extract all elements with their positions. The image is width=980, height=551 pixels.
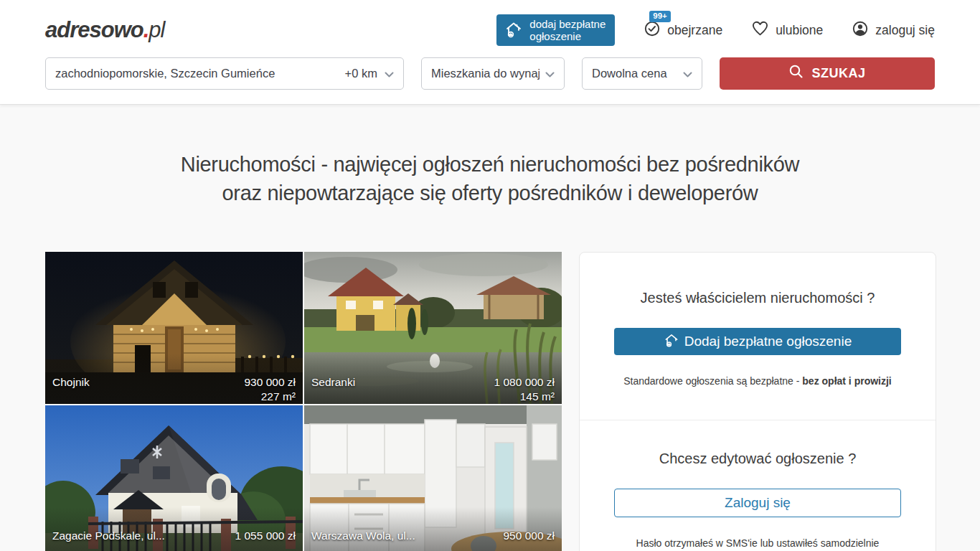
listing-price: 1 080 000 zł bbox=[494, 376, 555, 388]
owner-sidebar: Jesteś właścicielem nieruchomości ? Doda… bbox=[579, 252, 936, 551]
listing-price: 950 000 zł bbox=[503, 529, 555, 542]
location-value: zachodniopomorskie, Szczecin Gumieńce bbox=[55, 67, 275, 80]
location-input[interactable]: zachodniopomorskie, Szczecin Gumieńce +0… bbox=[45, 57, 404, 90]
edit-section: Chcesz edytować ogłoszenie ? Zaloguj się… bbox=[580, 420, 936, 551]
content-row: Chojnik 930 000 zł 227 m² bbox=[45, 252, 935, 551]
listing-name: Sedranki bbox=[311, 375, 355, 390]
heart-icon bbox=[751, 20, 769, 40]
radius-value: +0 km bbox=[345, 67, 377, 80]
main-content: Nieruchomości - najwięcej ogłoszeń nieru… bbox=[0, 150, 980, 551]
chevron-down-icon bbox=[385, 67, 394, 80]
owner-section: Jesteś właścicielem nieruchomości ? Doda… bbox=[580, 253, 936, 420]
price-value: Dowolna cena bbox=[592, 67, 667, 80]
house-plus-icon bbox=[664, 332, 679, 352]
listing-caption: Warszawa Wola, ul... 950 000 zł bbox=[304, 507, 562, 551]
listing-name: Chojnik bbox=[52, 375, 90, 390]
edit-section-title: Chcesz edytować ogłoszenie ? bbox=[614, 451, 901, 467]
site-logo[interactable]: adresowo.pl bbox=[45, 17, 164, 43]
page-header: adresowo.pl dodaj bezpłatne ogłoszen bbox=[0, 0, 980, 105]
sidebar-login-label: Zaloguj się bbox=[725, 495, 791, 511]
listing-price-area: 1 080 000 zł 145 m² bbox=[494, 375, 555, 404]
listing-caption: Zagacie Podskale, ul... 1 055 000 zł bbox=[45, 507, 303, 551]
user-circle-icon bbox=[852, 20, 869, 41]
listing-caption: Chojnik 930 000 zł 227 m² bbox=[45, 354, 303, 404]
top-bar: adresowo.pl dodaj bezpłatne ogłoszen bbox=[45, 0, 935, 44]
listing-name: Zagacie Podskale, ul... bbox=[52, 529, 165, 543]
listing-area: 227 m² bbox=[261, 390, 296, 402]
listing-card[interactable]: Chojnik 930 000 zł 227 m² bbox=[45, 252, 303, 404]
listing-area: 145 m² bbox=[520, 390, 555, 402]
listing-price-area: 1 055 000 zł bbox=[235, 529, 296, 543]
listings-grid: Chojnik 930 000 zł 227 m² bbox=[45, 252, 562, 551]
add-listing-button[interactable]: dodaj bezpłatne ogłoszenie bbox=[496, 14, 615, 46]
category-select[interactable]: Mieszkania do wynajęc bbox=[421, 57, 565, 90]
header-actions: dodaj bezpłatne ogłoszenie 99+ obejrzane bbox=[496, 14, 935, 46]
login-link[interactable]: zaloguj się bbox=[852, 20, 935, 41]
edit-note: Hasło otrzymałeś w SMS'ie lub ustawiłeś … bbox=[614, 537, 901, 549]
owner-note: Standardowe ogłoszenia są bezpłatne - be… bbox=[614, 375, 901, 387]
listing-card[interactable]: Sedranki 1 080 000 zł 145 m² bbox=[304, 252, 562, 404]
category-value: Mieszkania do wynajęc bbox=[431, 67, 540, 80]
viewed-label: obejrzane bbox=[667, 23, 722, 38]
sidebar-add-listing-label: Dodaj bezpłatne ogłoszenie bbox=[684, 334, 852, 349]
listing-name: Warszawa Wola, ul... bbox=[311, 529, 415, 543]
search-button[interactable]: SZUKAJ bbox=[720, 57, 935, 90]
favorites-label: ulubione bbox=[776, 23, 823, 38]
search-button-label: SZUKAJ bbox=[811, 66, 865, 81]
sidebar-login-button[interactable]: Zaloguj się bbox=[614, 489, 901, 517]
sidebar-add-listing-button[interactable]: Dodaj bezpłatne ogłoszenie bbox=[614, 328, 901, 355]
viewed-count-badge: 99+ bbox=[649, 11, 671, 22]
favorites-link[interactable]: ulubione bbox=[751, 20, 823, 40]
search-icon bbox=[788, 64, 804, 83]
house-plus-icon bbox=[504, 20, 523, 41]
owner-section-title: Jesteś właścicielem nieruchomości ? bbox=[614, 290, 901, 306]
listing-caption: Sedranki 1 080 000 zł 145 m² bbox=[304, 354, 562, 404]
listing-price: 930 000 zł bbox=[244, 376, 296, 388]
login-label: zaloguj się bbox=[875, 23, 935, 38]
chevron-down-icon bbox=[683, 67, 692, 80]
viewed-link[interactable]: 99+ obejrzane bbox=[644, 20, 722, 41]
search-bar: zachodniopomorskie, Szczecin Gumieńce +0… bbox=[45, 57, 935, 104]
logo-text: adresowo bbox=[45, 17, 143, 42]
listing-card[interactable]: Zagacie Podskale, ul... 1 055 000 zł bbox=[45, 405, 303, 551]
listing-price-area: 930 000 zł 227 m² bbox=[244, 375, 296, 404]
listing-price: 1 055 000 zł bbox=[235, 529, 296, 542]
listing-card[interactable]: Warszawa Wola, ul... 950 000 zł bbox=[304, 405, 562, 551]
add-listing-label: dodaj bezpłatne ogłoszenie bbox=[529, 18, 606, 42]
listing-price-area: 950 000 zł bbox=[503, 529, 555, 543]
chevron-down-icon bbox=[545, 67, 555, 80]
radius-select[interactable]: +0 km bbox=[339, 67, 394, 80]
price-select[interactable]: Dowolna cena bbox=[582, 57, 702, 90]
page-title: Nieruchomości - najwięcej ogłoszeń nieru… bbox=[45, 150, 935, 207]
check-circle-icon bbox=[644, 20, 661, 41]
logo-tld: pl bbox=[149, 17, 164, 42]
